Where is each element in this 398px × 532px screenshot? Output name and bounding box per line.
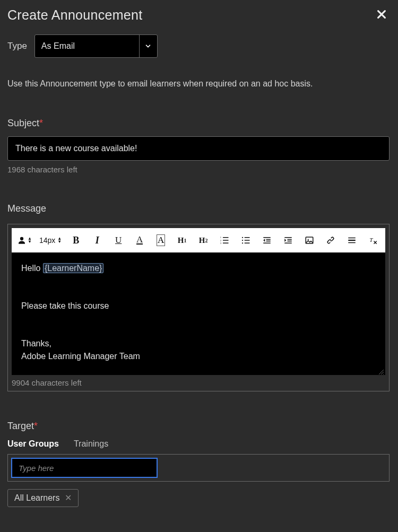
svg-point-9 <box>242 237 243 238</box>
rich-text-editor: ▲▼ 14px ▲▼ B I U A A H1 H2 123 <box>7 224 390 391</box>
learner-name-token[interactable]: {LearnerName} <box>43 263 104 273</box>
message-text: Hello <box>21 264 43 273</box>
svg-line-33 <box>379 370 384 374</box>
svg-text:1: 1 <box>220 236 221 239</box>
type-select[interactable]: As Email <box>34 34 158 58</box>
resize-handle-icon[interactable] <box>378 368 384 374</box>
svg-line-35 <box>383 374 384 374</box>
message-text: Please take this course <box>21 300 376 313</box>
chip-label: All Learners <box>14 493 59 503</box>
user-group-chip[interactable]: All Learners ✕ <box>7 489 79 507</box>
subject-input[interactable] <box>7 136 390 161</box>
svg-point-2 <box>20 237 23 240</box>
message-text: Thanks, <box>21 337 376 351</box>
subject-label: Subject* <box>7 118 391 129</box>
svg-point-11 <box>242 240 243 241</box>
outdent-button[interactable] <box>260 233 274 247</box>
heading1-button[interactable]: H1 <box>175 233 189 247</box>
font-size-picker[interactable]: 14px ▲▼ <box>39 236 62 245</box>
editor-toolbar: ▲▼ 14px ▲▼ B I U A A H1 H2 123 <box>12 228 385 252</box>
type-description: Use this Announcement type to email lear… <box>7 79 391 89</box>
svg-marker-24 <box>284 239 286 242</box>
message-textarea[interactable]: Hello {LearnerName} Please take this cou… <box>12 252 385 375</box>
link-button[interactable] <box>324 233 338 247</box>
target-input-container[interactable] <box>7 454 390 482</box>
image-button[interactable] <box>302 233 316 247</box>
svg-marker-19 <box>263 239 265 242</box>
svg-text:T: T <box>369 237 373 243</box>
underline-button[interactable]: U <box>111 233 125 247</box>
font-color-button[interactable]: A <box>133 233 146 247</box>
highlight-button[interactable]: A <box>154 233 168 247</box>
page-title: Create Announcement <box>7 7 142 23</box>
message-label: Message <box>7 203 391 214</box>
indent-button[interactable] <box>281 233 295 247</box>
svg-text:2: 2 <box>220 239 221 242</box>
target-input[interactable] <box>18 463 151 473</box>
tab-user-groups[interactable]: User Groups <box>7 439 59 449</box>
svg-text:3: 3 <box>220 242 222 245</box>
heading2-button[interactable]: H2 <box>196 233 210 247</box>
target-label: Target* <box>7 421 391 432</box>
remove-chip-icon[interactable]: ✕ <box>65 494 72 502</box>
unordered-list-button[interactable] <box>239 233 253 247</box>
tab-trainings[interactable]: Trainings <box>74 439 108 449</box>
svg-point-13 <box>242 242 243 243</box>
type-label: Type <box>7 41 27 51</box>
close-icon[interactable] <box>373 8 391 23</box>
user-picker[interactable]: ▲▼ <box>17 236 32 245</box>
message-text: Adobe Learning Manager Team <box>21 350 376 363</box>
ordered-list-button[interactable]: 123 <box>218 233 231 247</box>
subject-helper: 1968 characters left <box>7 165 391 174</box>
message-helper: 9904 characters left <box>12 378 385 387</box>
clear-format-button[interactable]: T <box>366 233 380 247</box>
chevron-down-icon[interactable] <box>139 35 157 57</box>
svg-point-26 <box>308 239 309 240</box>
hr-button[interactable] <box>345 233 359 247</box>
bold-button[interactable]: B <box>69 233 83 247</box>
type-select-value: As Email <box>35 35 139 57</box>
italic-button[interactable]: I <box>90 233 104 247</box>
